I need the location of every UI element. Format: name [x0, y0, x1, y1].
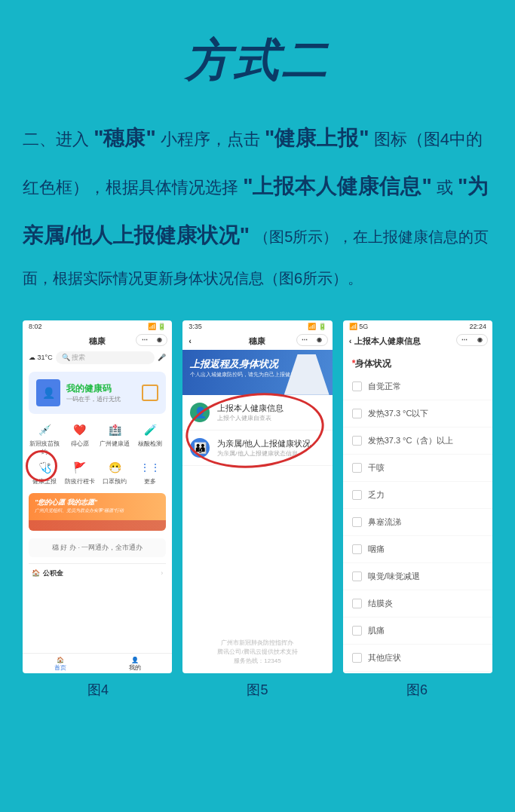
status-left: 📶 5G	[349, 323, 369, 330]
house-icon: 🏠	[32, 569, 40, 577]
screenshot-6: 📶 5G 22:24 ‹ 上报本人健康信息 ⋯ ◉ *身体状况 自觉正常 发热3…	[343, 320, 492, 673]
close-icon: ◉	[317, 336, 322, 343]
more-icon: ⋯	[142, 336, 148, 343]
app-title: 穗康	[249, 336, 265, 347]
id-badge-icon: 👤	[36, 379, 60, 406]
voice-icon[interactable]: 🎤	[158, 354, 166, 361]
symptom-list: 自觉正常 发热37.3 °C以下 发热37.3 °C（含）以上 干咳 乏力 鼻塞…	[343, 373, 492, 672]
hero-banner: 上报返程及身体状况 个人出入城健康防控码，请先为自己上报健康情况	[182, 350, 332, 395]
symptom-item[interactable]: 干咳	[343, 455, 492, 482]
checkbox-icon	[352, 490, 362, 500]
status-time: 22:24	[469, 323, 486, 330]
qr-icon	[142, 385, 158, 401]
opt1-sub: 上报个人健康自查表	[217, 414, 284, 422]
opt2-sub: 为亲属/他人上报健康状态信息	[217, 449, 311, 458]
grid-mask[interactable]: 😷口罩预约	[97, 459, 133, 486]
grid-pcr[interactable]: 🧪核酸检测	[133, 421, 168, 456]
hcode-title: 我的健康码	[66, 382, 121, 395]
status-icons: 📶 🔋	[308, 323, 326, 330]
checkbox-icon	[352, 463, 362, 473]
weather-temp: ☁ 31°C	[29, 354, 53, 361]
capsule-menu[interactable]: ⋯ ◉	[136, 334, 167, 346]
symptom-item[interactable]: 自觉正常	[343, 373, 492, 400]
caption-5: 图5	[182, 681, 333, 699]
screenshot-4: 8:02 📶 🔋 穗康 ⋯ ◉ ☁ 31°C 🔍 搜索 🎤 👤 我的健康码 一码…	[23, 320, 172, 673]
grid-wish[interactable]: ❤️得心愿	[63, 421, 98, 456]
symptom-item[interactable]: 嗅觉/味觉减退	[343, 563, 492, 590]
form-section-title: *身体状况	[343, 350, 492, 373]
grid-vaccine[interactable]: 💉新冠疫苗预约	[27, 421, 63, 456]
back-icon[interactable]: ‹	[189, 336, 192, 345]
capsule-menu[interactable]: ⋯ ◉	[296, 334, 328, 346]
intro-text: 二、进入 "穗康" 小程序，点击 "健康上报" 图标（图4中的红色框），根据具体…	[0, 95, 515, 305]
intro-p1a: 二、进入	[23, 130, 89, 149]
symptom-item[interactable]: 发热37.3 °C以下	[343, 400, 492, 427]
grid-gzhealth[interactable]: 🏥广州健康通	[97, 421, 133, 456]
tab-home[interactable]: 🏠首页	[54, 657, 66, 672]
symptom-item[interactable]: 鼻塞流涕	[343, 509, 492, 536]
fund-row[interactable]: 🏠 公积金 ›	[29, 563, 166, 583]
more-icon: ⋯	[302, 336, 308, 343]
intro-k3: "上报本人健康信息"	[243, 174, 432, 198]
status-icons: 📶 🔋	[148, 323, 167, 330]
symptom-item[interactable]: 咽痛	[343, 536, 492, 563]
option-family-report[interactable]: 👪 为亲属/他人上报健康状况 为亲属/他人上报健康状态信息	[182, 431, 332, 466]
checkbox-icon	[352, 571, 362, 581]
grid-more[interactable]: ⋮⋮更多	[133, 459, 168, 486]
symptom-item[interactable]: 乏力	[343, 482, 492, 509]
health-code-card[interactable]: 👤 我的健康码 一码在手，通行无忧	[29, 372, 166, 414]
capsule-menu[interactable]: ⋯ ◉	[456, 334, 488, 346]
banner-wish[interactable]: "您的心愿 我的志愿" 广州共党组织、党员为群众办实事"穗愿"行动	[29, 493, 166, 531]
intro-p1b: 小程序，点击	[161, 130, 260, 149]
footer-line3: 服务热线：12345	[182, 657, 332, 666]
footer-line2: 腾讯公司/腾讯云提供技术支持	[182, 648, 332, 657]
intro-k2: "健康上报"	[265, 126, 369, 149]
checkbox-icon	[352, 653, 362, 663]
app-title: 穗康	[89, 336, 106, 347]
opt1-title: 上报本人健康信息	[217, 403, 284, 414]
chevron-right-icon: ›	[161, 569, 163, 577]
close-icon: ◉	[477, 336, 483, 343]
grid-health-report[interactable]: 🩺健康上报	[27, 459, 63, 486]
checkbox-icon	[352, 409, 362, 418]
close-icon: ◉	[157, 336, 162, 343]
caption-4: 图4	[23, 681, 173, 699]
banner-l2: 广州共党组织、党员为群众办实事"穗愿"行动	[35, 507, 160, 514]
checkbox-icon	[352, 436, 362, 446]
intro-p1d: 或	[437, 178, 453, 197]
page-title: 上报本人健康信息	[354, 336, 421, 347]
voice-assistant-bar[interactable]: 穗 好 办 · 一网通办，全市通办	[29, 538, 166, 557]
intro-k1: "穗康"	[93, 126, 156, 149]
search-input[interactable]: 🔍 搜索	[56, 351, 155, 364]
option-self-report[interactable]: 👤 上报本人健康信息 上报个人健康自查表	[182, 395, 332, 431]
fund-label: 公积金	[43, 568, 63, 578]
checkbox-icon	[352, 517, 362, 527]
status-time: 8:02	[29, 323, 42, 330]
family-icon: 👪	[190, 438, 210, 458]
screenshot-5: 3:35 📶 🔋 ‹ 穗康 ⋯ ◉ 上报返程及身体状况 个人出入城健康防控码，请…	[182, 320, 332, 673]
person-icon: 👤	[129, 657, 141, 663]
banner-l1: "您的心愿 我的志愿"	[35, 498, 160, 507]
checkbox-icon	[352, 626, 362, 636]
page-title: 方式二	[0, 0, 515, 95]
opt2-title: 为亲属/他人上报健康状况	[217, 438, 311, 449]
symptom-item[interactable]: 结膜炎	[343, 590, 492, 617]
grid-travel-card[interactable]: 🚩防疫行程卡	[63, 459, 98, 486]
checkbox-icon	[352, 381, 362, 391]
checkbox-icon	[352, 599, 362, 608]
tab-me[interactable]: 👤我的	[129, 657, 141, 672]
symptom-item[interactable]: 其他症状	[343, 645, 492, 672]
more-icon: ⋯	[461, 336, 467, 343]
self-icon: 👤	[190, 403, 210, 422]
symptom-item[interactable]: 肌痛	[343, 617, 492, 645]
symptom-item[interactable]: 发热37.3 °C（含）以上	[343, 427, 492, 455]
hcode-sub: 一码在手，通行无忧	[66, 395, 121, 403]
footer-line1: 广州市新冠肺炎防控指挥办	[182, 639, 332, 648]
home-icon: 🏠	[54, 657, 66, 663]
status-time: 3:35	[189, 323, 202, 330]
back-icon[interactable]: ‹	[349, 336, 352, 345]
caption-6: 图6	[342, 681, 492, 699]
checkbox-icon	[352, 544, 362, 554]
